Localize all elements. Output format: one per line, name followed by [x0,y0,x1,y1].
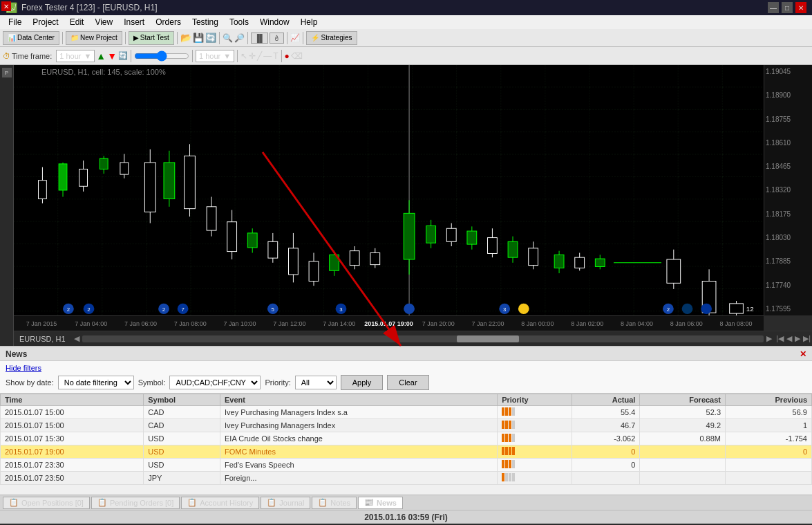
candle-icon[interactable]: 🕯 [270,33,284,44]
symbol-filter-select[interactable]: AUD;CAD;CHF;CNY [169,376,261,389]
cell-actual: 0 [572,445,640,459]
price-5: 1.18465 [766,163,811,170]
price-10: 1.17740 [766,282,811,289]
cell-symbol: USD [144,445,220,459]
menu-file[interactable]: File [3,15,27,29]
col-symbol: Symbol [144,394,220,406]
time-11: 8 Jan 00:00 [513,320,563,327]
new-project-button[interactable]: 📁 New Project [66,31,122,45]
zoom-in-icon[interactable]: 🔍 [223,33,233,43]
chart-close-button[interactable]: ✕ [1,1,11,11]
time-5: 7 Jan 10:00 [215,320,265,327]
eraser-icon[interactable]: ⌫ [291,51,303,61]
data-center-button[interactable]: 📊 Data Center [3,31,59,45]
open-icon[interactable]: 📂 [180,33,191,43]
menu-tools[interactable]: Tools [224,15,254,29]
scroll-left-arrow[interactable]: ◀ [71,334,82,343]
data-center-icon: 📊 [8,34,16,42]
scroll-prev-icon[interactable]: ◀ [785,334,793,343]
refresh-tf-icon[interactable]: 🔄 [118,51,128,60]
cell-actual: 0 [572,459,640,472]
clear-button[interactable]: Clear [387,375,428,390]
window-controls[interactable]: — □ ✕ [768,2,806,13]
cell-symbol: USD [144,459,220,472]
tab-news[interactable]: 📰 News [358,497,403,509]
text-icon[interactable]: T [273,51,278,61]
svg-rect-33 [330,255,339,270]
news-flag-uk [682,304,693,314]
news-close-button[interactable]: ✕ [800,349,806,359]
tf-up-icon[interactable]: ▲ [96,50,106,62]
close-button[interactable]: ✕ [795,2,806,13]
priority-filter-select[interactable]: All [295,376,337,389]
hide-filters-link[interactable]: Hide filters [6,364,41,372]
draw-line-icon[interactable]: ╱ [257,51,262,61]
tab-pending-orders[interactable]: 📋 Pending Orders [0] [91,497,180,509]
scroll-track[interactable] [82,335,764,342]
separator2 [125,32,126,44]
menu-insert[interactable]: Insert [118,15,150,29]
separator [62,32,63,44]
menu-view[interactable]: View [89,15,118,29]
minimize-button[interactable]: — [768,2,779,13]
menu-help[interactable]: Help [295,15,323,29]
table-row[interactable]: 2015.01.07 23:30 USD Fed's Evans Speech … [1,459,812,472]
cell-previous: -1.754 [726,432,812,445]
scroll-right-arrow[interactable]: ▶ [764,334,775,343]
price-8: 1.18030 [766,234,811,241]
speed-slider[interactable] [134,51,189,61]
date-filter-label: Show by date: [6,378,54,387]
tab-journal[interactable]: 📋 Journal [261,497,310,509]
tf-down-icon[interactable]: ▼ [107,50,117,62]
scroll-start-icon[interactable]: |◀ [775,334,785,343]
cell-symbol: JPY [144,472,220,485]
table-row[interactable]: 2015.01.07 23:50 JPY Foreign... [1,472,812,485]
save-icon[interactable]: 💾 [193,33,204,43]
menu-window[interactable]: Window [254,15,295,29]
time-10: 7 Jan 22:00 [463,320,513,327]
start-test-button[interactable]: ▶ Start Test [129,31,174,45]
svg-rect-53 [554,255,564,268]
tab-account-history[interactable]: 📋 Account History [181,497,259,509]
tab-open-positions[interactable]: 📋 Open Positions [0] [3,497,90,509]
chart-scrollbar[interactable]: ◀ ▶ |◀ ◀ ▶ ▶| [71,331,812,346]
scroll-thumb[interactable] [457,335,519,342]
menu-testing[interactable]: Testing [187,15,224,29]
svg-text:2: 2 [162,306,165,313]
table-row[interactable]: 2015.01.07 15:00 CAD Ivey Purchasing Man… [1,419,812,432]
statusbar: 2015.01.16 03:59 (Fri) [0,510,812,524]
time-7: 7 Jan 14:00 [314,320,364,327]
timeframe-dropdown2[interactable]: 1 hour ▼ [196,50,234,62]
zoom-out-icon[interactable]: 🔎 [234,33,245,43]
svg-rect-11 [100,158,108,169]
apply-button[interactable]: Apply [341,375,384,390]
table-row[interactable]: 2015.01.07 15:00 CAD Ivey Purchasing Man… [1,406,812,419]
scroll-end-icon[interactable]: ▶| [802,334,812,343]
p-button[interactable]: P [2,68,12,77]
maximize-button[interactable]: □ [782,2,793,13]
date-filter-select[interactable]: No date filtering [58,376,134,389]
crosshair-icon[interactable]: ✛ [249,51,256,61]
time-3: 7 Jan 06:00 [116,320,166,327]
menu-orders[interactable]: Orders [150,15,187,29]
table-row[interactable]: 2015.01.07 15:30 USD EIA Crude Oil Stock… [1,432,812,445]
play-icon: ▶ [133,34,139,42]
strategies-button[interactable]: ⚡ Strategies [306,31,357,45]
refresh-icon[interactable]: 🔄 [205,33,216,43]
table-row[interactable]: 2015.01.07 19:00 USD FOMC Minutes 0 0 [1,445,812,459]
timeframe-dropdown1[interactable]: 1 hour ▼ [56,50,95,62]
tab-notes[interactable]: 📋 Notes [312,497,357,509]
cursor-icon[interactable]: ↖ [240,51,247,61]
svg-rect-7 [59,164,67,190]
menu-project[interactable]: Project [27,15,64,29]
svg-rect-47 [488,238,498,254]
hline-icon[interactable]: — [263,51,272,61]
scroll-next-icon[interactable]: ▶ [793,334,802,343]
cell-event: EIA Crude Oil Stocks change [220,432,498,445]
cell-previous: 0 [726,445,812,459]
bar-chart-icon[interactable]: ▐▌ [251,33,269,44]
circle-red-icon[interactable]: ● [285,51,290,61]
line-tool-icon[interactable]: 📈 [290,33,300,42]
menu-edit[interactable]: Edit [64,15,90,29]
chart-canvas[interactable]: EURUSD, H1, cell: 145, scale: 100% [14,65,812,315]
